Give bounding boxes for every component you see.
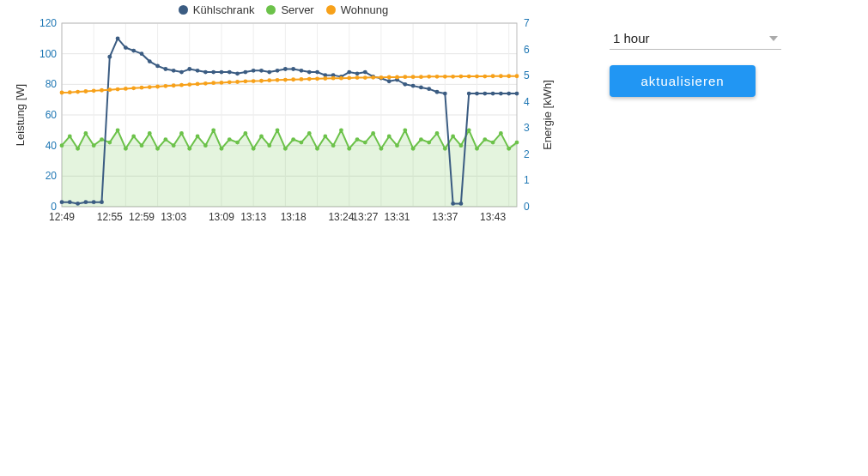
svg-point-68	[187, 147, 191, 151]
svg-point-105	[483, 137, 487, 142]
svg-point-223	[499, 74, 503, 78]
svg-point-114	[92, 200, 96, 204]
svg-point-159	[451, 202, 455, 206]
svg-text:40: 40	[46, 140, 58, 152]
svg-point-137	[276, 69, 280, 73]
svg-point-183	[179, 83, 184, 87]
svg-point-79	[276, 128, 280, 132]
svg-point-71	[211, 128, 215, 132]
svg-point-75	[243, 131, 247, 136]
svg-point-193	[259, 79, 264, 83]
svg-point-163	[483, 92, 487, 96]
chart-panel: Kühlschrank Server Wohnung 0204060801001…	[9, 3, 558, 244]
svg-text:13:37: 13:37	[432, 211, 458, 223]
svg-text:13:13: 13:13	[240, 211, 266, 223]
svg-point-102	[459, 143, 464, 148]
svg-text:13:18: 13:18	[281, 211, 307, 223]
svg-point-85	[323, 135, 327, 139]
legend-item[interactable]: Wohnung	[326, 3, 388, 16]
svg-point-121	[148, 59, 152, 63]
svg-point-178	[140, 86, 144, 90]
svg-point-200	[315, 76, 319, 81]
svg-point-136	[267, 70, 271, 75]
svg-point-90	[363, 141, 367, 145]
svg-point-158	[443, 92, 447, 96]
svg-point-95	[403, 128, 407, 132]
svg-point-181	[163, 84, 167, 88]
svg-point-157	[435, 90, 440, 94]
svg-point-129	[211, 70, 215, 75]
svg-point-208	[379, 75, 384, 80]
svg-point-107	[499, 131, 503, 136]
svg-text:13:03: 13:03	[161, 211, 186, 223]
legend-swatch	[266, 5, 276, 15]
svg-point-60	[124, 147, 128, 151]
svg-point-69	[196, 135, 200, 139]
svg-point-177	[131, 86, 136, 90]
svg-point-175	[116, 87, 120, 92]
svg-point-170	[76, 90, 80, 94]
svg-point-128	[203, 70, 208, 75]
svg-point-65	[163, 137, 167, 142]
svg-point-53	[68, 135, 72, 139]
legend-item[interactable]: Server	[266, 3, 313, 16]
svg-point-113	[83, 200, 88, 204]
svg-text:4: 4	[524, 96, 530, 108]
line-chart: 0204060801001200123456712:4912:5512:5913…	[9, 18, 558, 241]
svg-point-222	[491, 74, 495, 78]
svg-point-83	[307, 131, 312, 136]
svg-point-166	[507, 92, 511, 96]
svg-text:12:59: 12:59	[129, 211, 155, 223]
app-root: Kühlschrank Server Wohnung 0204060801001…	[0, 0, 868, 244]
svg-point-109	[515, 141, 519, 145]
svg-point-192	[252, 79, 256, 83]
svg-point-188	[220, 81, 224, 85]
legend-label: Wohnung	[341, 3, 388, 16]
svg-point-162	[475, 92, 479, 96]
svg-point-77	[259, 135, 264, 139]
svg-point-142	[315, 70, 319, 75]
legend-label: Server	[281, 3, 313, 16]
svg-point-74	[235, 141, 240, 145]
legend-swatch	[179, 5, 188, 15]
svg-point-206	[363, 75, 367, 80]
svg-point-103	[467, 128, 471, 132]
svg-point-140	[300, 69, 304, 73]
svg-point-122	[155, 64, 160, 69]
refresh-button[interactable]: aktualisieren	[610, 65, 756, 97]
svg-point-168	[60, 91, 64, 95]
svg-point-219	[467, 75, 471, 79]
svg-point-180	[155, 85, 160, 89]
svg-point-81	[291, 137, 295, 142]
svg-point-187	[211, 81, 215, 85]
svg-point-127	[196, 69, 200, 73]
svg-point-133	[243, 70, 247, 75]
svg-point-138	[283, 67, 288, 71]
time-range-select[interactable]: 1 hour	[610, 26, 781, 50]
svg-point-111	[68, 200, 72, 204]
svg-point-199	[307, 77, 312, 81]
svg-point-88	[347, 147, 351, 151]
svg-point-225	[515, 74, 519, 78]
svg-text:13:27: 13:27	[352, 211, 378, 223]
svg-point-191	[243, 79, 247, 83]
controls-panel: 1 hour aktualisieren	[610, 26, 781, 97]
svg-point-97	[419, 137, 423, 142]
svg-text:100: 100	[39, 48, 57, 60]
svg-point-176	[124, 87, 128, 91]
svg-text:120: 120	[39, 18, 57, 29]
svg-point-63	[148, 131, 152, 136]
svg-point-76	[252, 147, 256, 151]
svg-point-80	[283, 147, 288, 151]
legend-item[interactable]: Kühlschrank	[179, 3, 255, 16]
svg-point-92	[379, 147, 384, 151]
svg-point-94	[395, 143, 399, 148]
svg-point-67	[179, 131, 184, 136]
svg-point-124	[172, 69, 176, 73]
svg-point-55	[83, 131, 88, 136]
svg-point-190	[235, 80, 240, 84]
svg-point-54	[76, 147, 80, 151]
svg-point-179	[148, 85, 152, 89]
svg-point-184	[187, 82, 191, 87]
svg-text:Leistung [W]: Leistung [W]	[14, 84, 27, 146]
